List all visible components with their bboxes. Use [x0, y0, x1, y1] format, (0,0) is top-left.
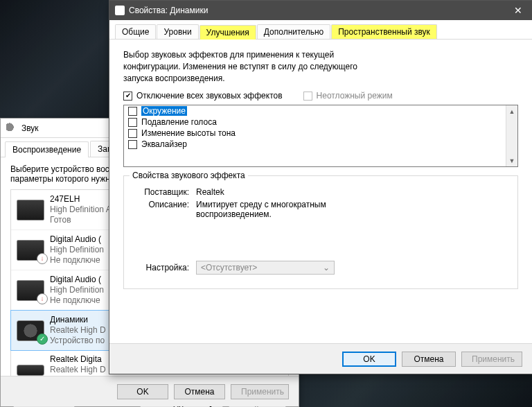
properties-footer: OK Отмена Применить — [109, 343, 532, 374]
provider-value: Realtek — [196, 187, 508, 197]
device-text: ДинамикиRealtek High DУстройство по — [50, 315, 106, 346]
description-value: Имитирует среду с многократным воспроизв… — [196, 200, 376, 219]
device-icon — [17, 365, 44, 376]
unplugged-icon: ↓ — [37, 253, 48, 264]
tab-пространственный-звук[interactable]: Пространственный звук — [331, 24, 437, 39]
scroll-down-icon[interactable]: ▼ — [506, 155, 517, 166]
effect-properties-title: Свойства звукового эффекта — [130, 171, 248, 180]
effect-properties-group: Свойства звукового эффекта Поставщик: Re… — [123, 175, 518, 289]
label-immediate-mode: Неотложный режим — [317, 91, 393, 101]
scroll-up-icon[interactable]: ▲ — [506, 105, 517, 117]
close-icon[interactable]: ✕ — [504, 1, 532, 20]
scrollbar[interactable]: ▲ ▼ — [506, 105, 517, 166]
prop-apply-button[interactable]: Применить — [461, 352, 522, 367]
effect-label: Эквалайзер — [141, 139, 187, 149]
device-icon — [17, 200, 44, 220]
effect-checkbox[interactable] — [128, 118, 137, 127]
effect-label: Окружение — [141, 106, 187, 116]
label-disable-all-effects: Отключение всех звуковых эффектов — [136, 91, 283, 101]
device-icon: ✓ — [17, 320, 44, 341]
setting-value: <Отсутствует> — [201, 263, 257, 272]
effect-item[interactable]: Окружение — [124, 105, 517, 116]
checkbox-immediate-mode — [303, 92, 312, 101]
sound-cancel-button[interactable]: Отмена — [174, 384, 225, 399]
speaker-icon — [115, 6, 125, 15]
enhancements-description: Выбор звуковых эффектов для применения к… — [123, 49, 359, 84]
sound-apply-button[interactable]: Применить — [231, 384, 289, 399]
tab-общие[interactable]: Общие — [115, 24, 156, 39]
prop-ok-button[interactable]: OK — [342, 352, 396, 367]
default-icon: ✓ — [37, 334, 48, 345]
effect-checkbox[interactable] — [128, 140, 137, 149]
sound-footer: OK Отмена Применить — [1, 376, 299, 406]
effect-item[interactable]: Эквалайзер — [124, 139, 517, 150]
effect-checkbox[interactable] — [128, 129, 137, 138]
chevron-down-icon: ⌄ — [323, 263, 330, 272]
device-icon: ↓ — [17, 280, 44, 301]
tab-улучшения[interactable]: Улучшения — [200, 25, 256, 40]
properties-window: Свойства: Динамики ✕ ОбщиеУровниУлучшени… — [109, 0, 532, 374]
properties-title-text: Свойства: Динамики — [129, 6, 208, 15]
description-label: Описание: — [134, 200, 189, 219]
properties-tabs: ОбщиеУровниУлучшенияДополнительноПростра… — [109, 20, 532, 40]
setting-combobox[interactable]: <Отсутствует> ⌄ — [196, 261, 335, 275]
tab-дополнительно[interactable]: Дополнительно — [257, 24, 330, 39]
tab-уровни[interactable]: Уровни — [157, 24, 198, 39]
unplugged-icon: ↓ — [37, 293, 48, 304]
effect-label: Изменение высоты тона — [141, 128, 236, 138]
device-icon: ↓ — [17, 240, 44, 261]
sound-ok-button[interactable]: OK — [117, 384, 168, 399]
sound-title-text: Звук — [21, 123, 39, 133]
device-text: Digital Audio (High DefinitionНе подключ… — [50, 234, 104, 266]
device-text: Digital Audio (High DefinitionНе подключ… — [50, 275, 104, 306]
speaker-icon — [6, 123, 17, 134]
effect-item[interactable]: Подавление голоса — [124, 116, 517, 128]
setting-label: Настройка: — [134, 263, 189, 272]
effects-list[interactable]: ОкружениеПодавление голосаИзменение высо… — [123, 105, 518, 167]
tab-playback[interactable]: Воспроизведение — [5, 141, 89, 157]
provider-label: Поставщик: — [134, 187, 189, 197]
checkbox-disable-all-effects[interactable] — [123, 92, 132, 101]
properties-titlebar[interactable]: Свойства: Динамики ✕ — [109, 1, 532, 20]
prop-cancel-button[interactable]: Отмена — [402, 352, 456, 367]
effect-label: Подавление голоса — [141, 117, 217, 127]
effect-checkbox[interactable] — [128, 107, 137, 116]
effect-item[interactable]: Изменение высоты тона — [124, 128, 517, 139]
